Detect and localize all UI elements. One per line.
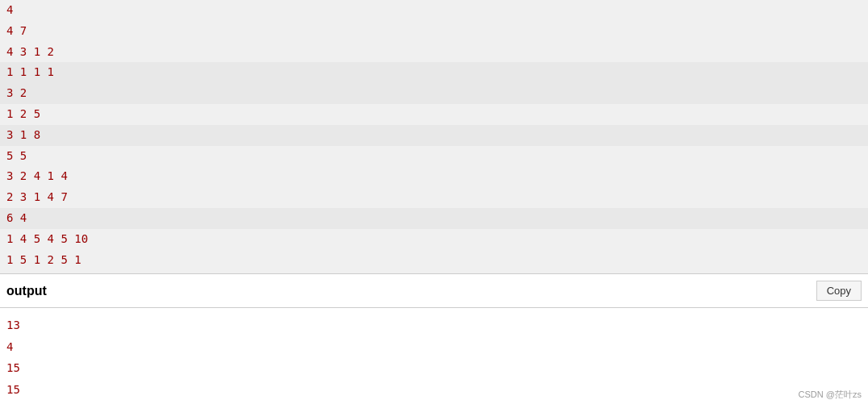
copy-button[interactable]: Copy — [816, 281, 862, 301]
input-row: 2 3 1 4 7 — [0, 187, 868, 208]
input-row: 4 3 1 2 — [0, 42, 868, 63]
input-row: 1 2 5 — [0, 104, 868, 125]
input-row-text: 3 2 4 1 4 — [6, 169, 68, 182]
output-header: output Copy — [0, 273, 868, 308]
input-row: 3 2 4 1 4 — [0, 166, 868, 187]
output-line: 4 — [6, 336, 862, 357]
output-line: 13 — [6, 314, 862, 335]
input-row-text: 5 5 — [6, 149, 27, 162]
input-row-text: 1 5 1 2 5 1 — [6, 253, 81, 266]
input-row: 6 4 — [0, 208, 868, 229]
input-row: 3 1 8 — [0, 125, 868, 146]
input-row-text: 3 1 8 — [6, 128, 40, 141]
output-section: 13 4 15 15 — [0, 308, 868, 404]
input-row-text: 3 2 — [6, 86, 27, 99]
input-row-text: 1 4 5 4 5 10 — [6, 232, 88, 245]
output-line: 15 — [6, 357, 862, 378]
input-row-text: 4 3 1 2 — [6, 45, 54, 58]
input-row-text: 4 7 — [6, 24, 27, 37]
watermark: CSDN @茫叶zs — [799, 389, 862, 401]
input-row: 1 1 1 1 — [0, 62, 868, 83]
input-row-text: 2 3 1 4 7 — [6, 190, 68, 203]
output-title: output — [6, 284, 47, 298]
input-row: 1 4 5 4 5 10 — [0, 229, 868, 250]
input-row: 5 5 — [0, 146, 868, 167]
input-row-text: 1 2 5 — [6, 107, 40, 120]
output-line: 15 — [6, 379, 862, 400]
input-section: 4 4 7 4 3 1 2 1 1 1 1 3 2 1 2 5 3 1 8 5 … — [0, 0, 868, 270]
input-row: 4 — [0, 0, 868, 21]
input-row-text: 1 1 1 1 — [6, 65, 54, 78]
input-row-text: 6 4 — [6, 211, 27, 224]
input-row: 4 7 — [0, 21, 868, 42]
input-row-text: 4 — [6, 3, 13, 16]
input-row: 1 5 1 2 5 1 — [0, 250, 868, 271]
input-row: 3 2 — [0, 83, 868, 104]
